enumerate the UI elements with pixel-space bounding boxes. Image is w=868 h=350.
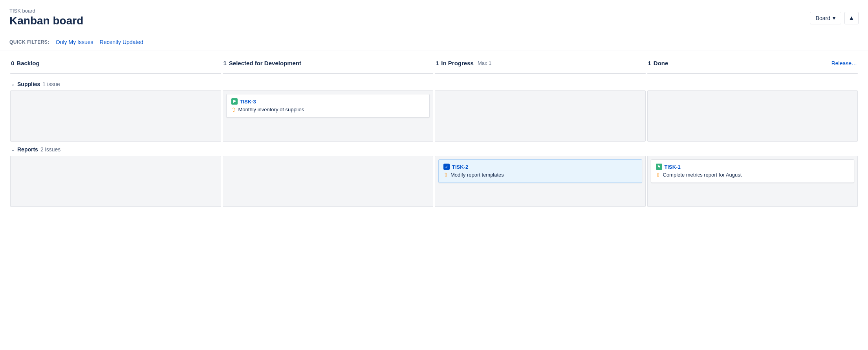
priority-icon: ⇧ <box>231 107 236 113</box>
card[interactable]: ✓ TISK-2 ⇧ Modify report templates <box>438 159 642 183</box>
only-my-issues-filter[interactable]: Only My Issues <box>56 39 93 45</box>
chevron-down-icon: ⌄ <box>11 81 15 87</box>
check-icon: ✓ <box>443 164 450 170</box>
priority-icon: ⇧ <box>443 172 448 178</box>
col-divider-wrap <box>434 73 646 77</box>
quick-filters-bar: QUICK FILTERS: Only My Issues Recently U… <box>0 34 868 50</box>
col-meta: Max 1 <box>478 60 491 66</box>
swimlane-name: Reports <box>17 146 38 153</box>
board-button-label: Board <box>816 15 830 21</box>
col-count: 1 <box>648 60 651 66</box>
swimlane-supplies: ⌄ Supplies 1 issue ⚑ TISK-3 ⇧ Monthly in… <box>9 77 859 142</box>
col-divider-wrap <box>646 73 859 77</box>
card-id[interactable]: TISK-1 <box>665 164 681 170</box>
card[interactable]: ⚑ TISK-1 ⇧ Complete metrics report for A… <box>651 159 855 183</box>
col-name: Done <box>654 60 668 66</box>
swimlane-name: Supplies <box>17 81 40 87</box>
cell-0-3 <box>647 90 858 142</box>
swimlane-count: 1 issue <box>42 81 60 87</box>
swimlane-row: ✓ TISK-2 ⇧ Modify report templates ⚑ TIS… <box>9 155 859 208</box>
columns-header: 0 Backlog 1 Selected for Development 1 I… <box>9 57 859 70</box>
col-header-in-progress: 1 In Progress Max 1 <box>434 57 646 70</box>
story-icon: ⚑ <box>231 98 238 105</box>
cell-1-3: ⚑ TISK-1 ⇧ Complete metrics report for A… <box>647 156 858 207</box>
board-view-button[interactable]: Board ▾ <box>810 12 841 24</box>
collapse-button[interactable]: ▲ <box>844 12 859 24</box>
card-summary: Monthly inventory of supplies <box>238 106 304 113</box>
col-divider-wrap <box>9 73 222 77</box>
swimlane-header[interactable]: ⌄ Reports 2 issues <box>9 142 859 155</box>
card-summary: Complete metrics report for August <box>663 171 742 179</box>
collapse-icon: ▲ <box>848 15 855 22</box>
quick-filters-label: QUICK FILTERS: <box>9 39 49 45</box>
col-header-done: 1 Done Release… <box>646 57 859 70</box>
card[interactable]: ⚑ TISK-3 ⇧ Monthly inventory of supplies <box>226 94 430 118</box>
story-icon: ⚑ <box>656 164 662 170</box>
cell-0-0 <box>10 90 221 142</box>
priority-icon: ⇧ <box>656 172 661 178</box>
cell-1-0 <box>10 156 221 207</box>
swimlane-count: 2 issues <box>40 146 60 153</box>
col-divider <box>647 73 858 74</box>
chevron-down-icon: ⌄ <box>11 147 15 152</box>
cell-1-2: ✓ TISK-2 ⇧ Modify report templates <box>435 156 646 207</box>
col-count: 1 <box>223 60 227 66</box>
page-title: Kanban board <box>9 15 83 27</box>
card-id[interactable]: TISK-3 <box>240 99 256 105</box>
col-count: 0 <box>11 60 14 66</box>
board-body: ⌄ Supplies 1 issue ⚑ TISK-3 ⇧ Monthly in… <box>9 77 859 208</box>
chevron-down-icon: ▾ <box>833 15 835 21</box>
card-id[interactable]: TISK-2 <box>452 164 468 170</box>
col-divider-wrap <box>222 73 434 77</box>
columns-dividers <box>9 73 859 77</box>
col-name: In Progress <box>441 60 474 66</box>
col-action[interactable]: Release… <box>831 60 857 66</box>
col-divider <box>10 73 221 74</box>
col-header-backlog: 0 Backlog <box>9 57 222 70</box>
board-label: TISK board <box>9 8 83 14</box>
swimlane-row: ⚑ TISK-3 ⇧ Monthly inventory of supplies <box>9 90 859 142</box>
cell-0-1: ⚑ TISK-3 ⇧ Monthly inventory of supplies <box>223 90 434 142</box>
col-count: 1 <box>436 60 439 66</box>
col-divider <box>435 73 646 74</box>
col-name: Backlog <box>16 60 39 66</box>
cell-1-1 <box>223 156 434 207</box>
swimlane-header[interactable]: ⌄ Supplies 1 issue <box>9 77 859 90</box>
col-header-selected-for-development: 1 Selected for Development <box>222 57 434 70</box>
cell-0-2 <box>435 90 646 142</box>
col-name: Selected for Development <box>229 60 301 66</box>
col-divider <box>223 73 434 74</box>
board-container: 0 Backlog 1 Selected for Development 1 I… <box>0 50 868 214</box>
swimlane-reports: ⌄ Reports 2 issues ✓ TISK-2 ⇧ Modify rep… <box>9 142 859 208</box>
card-summary: Modify report templates <box>450 171 504 179</box>
recently-updated-filter[interactable]: Recently Updated <box>100 39 143 45</box>
